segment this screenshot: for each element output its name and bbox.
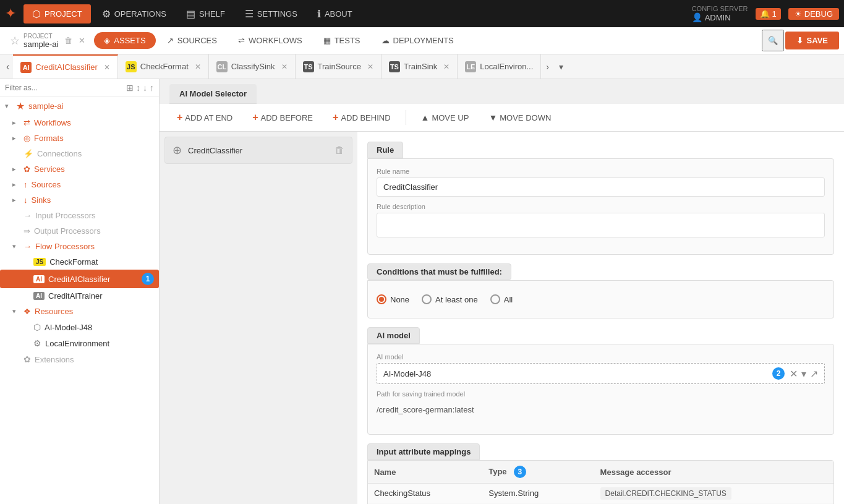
tab-classifysink[interactable]: CL ClassifySink ✕ <box>209 54 296 79</box>
sidebar-item-sinks[interactable]: ▸ ↓ Sinks <box>0 192 159 208</box>
sidebar-item-sources[interactable]: ▸ ↑ Sources <box>0 177 159 192</box>
radio-atleastone[interactable]: At least one <box>422 294 478 304</box>
close-project-icon[interactable]: ✕ <box>79 36 85 45</box>
sidebar-item-resources[interactable]: ▾ ❖ Resources <box>0 304 159 319</box>
sort-desc-icon[interactable]: ↓ <box>143 83 147 93</box>
save-button[interactable]: ⬇ SAVE <box>785 32 839 49</box>
open-model-button[interactable]: ↗ <box>810 368 818 380</box>
tab-close-checkformat[interactable]: ✕ <box>195 62 201 71</box>
input-proc-icon: → <box>23 211 32 220</box>
model-dropdown-button[interactable]: ▾ <box>801 368 806 380</box>
tab-dropdown-button[interactable]: ▾ <box>554 59 568 74</box>
conditions-box: None At least one All <box>367 280 834 318</box>
radio-none-btn[interactable] <box>377 294 386 304</box>
clear-model-button[interactable]: ✕ <box>790 368 798 380</box>
chevron-down-icon: ▾ <box>12 242 20 250</box>
nav-tests[interactable]: ▦ TESTS <box>313 32 370 49</box>
move-up-button[interactable]: ▲ MOVE UP <box>414 109 477 126</box>
tab-localenviron[interactable]: LE LocalEnviron... <box>458 54 541 79</box>
tab-trainsource[interactable]: TS TrainSource ✕ <box>296 54 382 79</box>
nav-deployments[interactable]: ☁ DEPLOYMENTS <box>372 32 464 49</box>
tab-close-trainsource[interactable]: ✕ <box>367 62 373 71</box>
search-button[interactable]: 🔍 <box>762 30 784 51</box>
debug-badge[interactable]: ☀ DEBUG <box>788 8 839 20</box>
nav-project[interactable]: ⬡ PROJECT <box>23 4 91 23</box>
tab-checkformat[interactable]: JS CheckFormat ✕ <box>118 54 209 79</box>
sort-up-icon[interactable]: ↑ <box>150 83 154 93</box>
filter-input[interactable] <box>5 83 124 92</box>
tab-icon-localenviron: LE <box>465 61 476 72</box>
nav-sources[interactable]: ↗ SOURCES <box>157 32 227 49</box>
nav-settings[interactable]: ☰ SETTINGS <box>236 4 306 23</box>
radio-all-btn[interactable] <box>490 294 500 304</box>
sidebar-item-workflows[interactable]: ▸ ⇄ Workflows <box>0 115 159 130</box>
sort-asc-icon[interactable]: ↕ <box>136 83 140 93</box>
radio-atleastone-btn[interactable] <box>422 294 432 304</box>
conditions-radio-group: None At least one All <box>377 289 825 309</box>
tab-trainsink[interactable]: TS TrainSink ✕ <box>382 54 458 79</box>
filter-icon[interactable]: ⊞ <box>126 83 134 93</box>
sidebar-item-output-processors[interactable]: ▸ ⇒ Output Processors <box>0 223 159 239</box>
move-down-button[interactable]: ▼ MOVE DOWN <box>481 109 558 126</box>
project-icon: ⬡ <box>32 8 41 20</box>
ai-model-section: AI model AI model AI-Model-J48 2 ✕ ▾ ↗ <box>367 327 834 435</box>
sidebar-item-creditaitrainer[interactable]: ▸ AI CreditAITrainer <box>0 288 159 304</box>
tab-close-trainsink[interactable]: ✕ <box>443 62 450 71</box>
app-logo[interactable]: ✦ <box>5 6 16 22</box>
sinks-icon: ↓ <box>23 195 28 205</box>
main-layout: ⊞ ↕ ↓ ↑ ▾ ★ sample-ai ▸ ⇄ Workflows ▸ ◎ … <box>0 79 844 504</box>
sidebar-item-aimodel-j48[interactable]: ▸ ⬡ AI-Model-J48 <box>0 319 159 335</box>
nav-operations[interactable]: ⚙ OPERATIONS <box>93 4 175 23</box>
badge-3: 3 <box>514 466 526 478</box>
settings-icon: ☰ <box>245 8 254 20</box>
sidebar-item-creditaiclassifier[interactable]: ▸ AI CreditAIClassifier 1 <box>0 270 159 288</box>
sidebar-item-formats[interactable]: ▸ ◎ Formats <box>0 130 159 146</box>
output-proc-icon: ⇒ <box>23 226 30 236</box>
add-behind-button[interactable]: + ADD BEHIND <box>325 109 398 126</box>
model-icon: ⬡ <box>33 322 41 332</box>
notifications-badge[interactable]: 🔔 1 <box>756 8 781 20</box>
sidebar-item-root[interactable]: ▾ ★ sample-ai <box>0 97 159 115</box>
rule-name-input[interactable] <box>377 177 825 197</box>
ai-icon: AI <box>33 275 45 283</box>
table-row: CheckingStatus System.String Detail.CRED… <box>368 484 833 503</box>
ai-model-field-group: AI model AI-Model-J48 2 ✕ ▾ ↗ <box>377 353 825 384</box>
tab-prev-button[interactable]: ‹ <box>2 59 13 75</box>
chevron-right-icon: ▸ <box>12 165 20 173</box>
nav-assets[interactable]: ◈ ASSETS <box>94 32 155 49</box>
sidebar-item-checkformat[interactable]: ▸ JS CheckFormat <box>0 254 159 270</box>
attr-mappings-table: Name Type 3 Message accessor <box>368 461 833 504</box>
tab-creditaiclassifier[interactable]: AI CreditAIClassifier ✕ <box>13 54 117 79</box>
panel-header: AI Model Selector <box>169 84 257 104</box>
split-content: ⊕ CreditClassifier 🗑 Rule Rule name <box>160 132 844 504</box>
col-name: Name <box>368 461 482 484</box>
add-before-button[interactable]: + ADD BEFORE <box>245 109 320 126</box>
resources-icon: ❖ <box>23 307 31 316</box>
shelf-icon: ▤ <box>186 8 195 20</box>
radio-all[interactable]: All <box>490 294 513 304</box>
sidebar-item-flow-processors[interactable]: ▾ → Flow Processors <box>0 239 159 254</box>
tab-close-creditaiclassifier[interactable]: ✕ <box>104 63 110 72</box>
sidebar-item-connections[interactable]: ▸ ⚡ Connections <box>0 146 159 161</box>
chevron-right-icon: ▸ <box>12 119 20 127</box>
nav-shelf[interactable]: ▤ SHELF <box>177 4 234 23</box>
attr-mappings-section: Input attribute mappings Name Type <box>367 443 834 504</box>
sidebar-item-services[interactable]: ▸ ✿ Services <box>0 161 159 177</box>
nav-about[interactable]: ℹ ABOUT <box>309 4 361 23</box>
processor-list: ⊕ CreditClassifier 🗑 <box>160 132 357 504</box>
add-at-end-button[interactable]: + ADD AT END <box>169 109 240 126</box>
sidebar-item-extensions[interactable]: ▸ ✿ Extensions <box>0 351 159 367</box>
sidebar-tree: ▾ ★ sample-ai ▸ ⇄ Workflows ▸ ◎ Formats … <box>0 97 159 504</box>
nav-workflows[interactable]: ⇌ WORKFLOWS <box>228 32 312 49</box>
chevron-right-icon: ▸ <box>12 196 20 204</box>
radio-none[interactable]: None <box>377 294 409 304</box>
delete-project-icon[interactable]: 🗑 <box>64 36 72 45</box>
config-server-info: CONFIG SERVER 👤 ADMIN <box>692 5 748 22</box>
tab-more-button[interactable]: › <box>541 59 554 74</box>
sidebar-item-input-processors[interactable]: ▸ → Input Processors <box>0 208 159 223</box>
rule-desc-textarea[interactable] <box>377 213 825 237</box>
delete-processor-icon[interactable]: 🗑 <box>335 145 344 156</box>
processor-item-creditclassifier[interactable]: ⊕ CreditClassifier 🗑 <box>164 137 352 164</box>
tab-close-classifysink[interactable]: ✕ <box>281 62 288 71</box>
sidebar-item-localenvironment[interactable]: ▸ ⚙ LocalEnvironment <box>0 335 159 351</box>
